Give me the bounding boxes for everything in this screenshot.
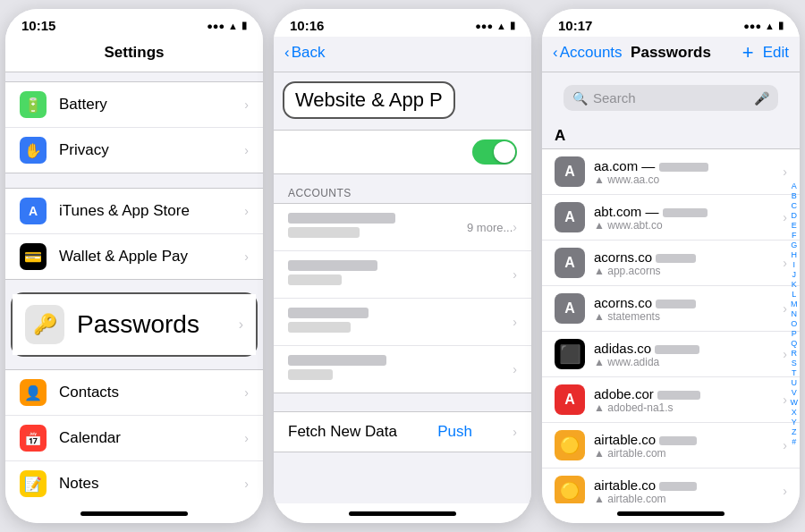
- pw-domain-1: aa.com —: [594, 158, 783, 173]
- pw-item-7[interactable]: 🟡 airtable.co ▲ airtable.com ›: [542, 423, 800, 469]
- account-row-2[interactable]: ›: [274, 251, 531, 299]
- alpha-M[interactable]: M: [791, 300, 798, 308]
- settings-item-calendar[interactable]: 📅 Calendar ›: [5, 416, 263, 461]
- pw-info-3: acorns.co ▲ app.acorns: [594, 249, 783, 277]
- pw-item-6[interactable]: A adobe.cor ▲ adobed-na1.s ›: [542, 377, 800, 423]
- nav-back-2[interactable]: ‹ Back: [284, 44, 325, 62]
- alpha-D[interactable]: D: [792, 211, 798, 220]
- alpha-R[interactable]: R: [792, 349, 798, 358]
- fetch-chevron: ›: [513, 425, 517, 439]
- pw-item-8[interactable]: 🟡 airtable.co ▲ airtable.com ›: [542, 469, 800, 503]
- alpha-C[interactable]: C: [792, 201, 798, 210]
- account-row-1[interactable]: 9 more... ›: [274, 204, 531, 251]
- alpha-N[interactable]: N: [792, 309, 798, 318]
- pw-blurred-5: [655, 345, 699, 354]
- pw-item-3[interactable]: A acorns.co ▲ app.acorns ›: [542, 241, 800, 286]
- nav-back-label-3: Accounts: [560, 44, 623, 62]
- settings-content: 🔋 Battery › ✋ Privacy › A iTunes & App S…: [5, 72, 263, 503]
- account-row-3[interactable]: ›: [274, 299, 531, 346]
- alpha-B[interactable]: B: [792, 191, 797, 200]
- settings-item-notes[interactable]: 📝 Notes ›: [5, 461, 263, 503]
- settings-item-contacts[interactable]: 👤 Contacts ›: [5, 370, 263, 416]
- alpha-K[interactable]: K: [792, 280, 797, 289]
- wallet-chevron: ›: [244, 249, 249, 264]
- nav-bar-2: ‹ Back: [274, 37, 531, 72]
- alphabet-index[interactable]: A B C D E F G H I J K L M N O P Q R S T …: [791, 182, 799, 446]
- alpha-I[interactable]: I: [792, 260, 795, 269]
- search-bar[interactable]: 🔍 Search 🎤: [564, 85, 778, 111]
- pw-blurred-2: [663, 208, 708, 217]
- alpha-H[interactable]: H: [792, 250, 798, 259]
- alpha-X[interactable]: X: [792, 408, 797, 417]
- alpha-O[interactable]: O: [791, 319, 797, 328]
- search-container: 🔍 Search 🎤: [542, 72, 800, 123]
- wifi-icon-3: ▲: [765, 21, 775, 31]
- fetch-row[interactable]: Fetch New Data Push ›: [274, 411, 531, 452]
- pw-item-1[interactable]: A aa.com — ▲ www.aa.co ›: [542, 149, 800, 195]
- time-1: 10:15: [21, 18, 55, 33]
- status-icons-1: ●●● ▲ ▮: [207, 20, 247, 31]
- signal-icon-2: ●●●: [475, 21, 493, 31]
- alpha-J[interactable]: J: [792, 270, 797, 279]
- alpha-section-a: A: [542, 123, 800, 148]
- contacts-icon-char: 👤: [24, 384, 42, 401]
- pw-domain-3: acorns.co: [594, 249, 783, 265]
- account-row-4[interactable]: ›: [274, 346, 531, 393]
- autofill-toggle-item[interactable]: [274, 131, 531, 173]
- settings-item-itunes[interactable]: A iTunes & App Store ›: [5, 189, 263, 234]
- alpha-L[interactable]: L: [792, 290, 796, 299]
- settings-item-battery[interactable]: 🔋 Battery ›: [5, 82, 263, 128]
- calendar-chevron: ›: [244, 431, 249, 445]
- home-indicator-1: [5, 503, 263, 523]
- alpha-W[interactable]: W: [791, 398, 799, 407]
- alpha-Z[interactable]: Z: [792, 427, 797, 436]
- pw-avatar-4: A: [555, 293, 585, 324]
- passwords-list: A aa.com — ▲ www.aa.co › A abt.com — ▲ w…: [542, 148, 800, 503]
- contacts-icon: 👤: [20, 379, 47, 406]
- privacy-label: Privacy: [59, 141, 244, 159]
- alpha-V[interactable]: V: [792, 388, 797, 397]
- pw-item-2[interactable]: A abt.com — ▲ www.abt.co ›: [542, 195, 800, 241]
- pw-item-5[interactable]: ⬛ adidas.co ▲ www.adida ›: [542, 332, 800, 377]
- nav-bar-1: Settings: [5, 37, 263, 72]
- alpha-Q[interactable]: Q: [791, 339, 797, 348]
- alpha-S[interactable]: S: [792, 359, 797, 367]
- alpha-P[interactable]: P: [792, 329, 797, 338]
- pw-item-4[interactable]: A acorns.co ▲ statements ›: [542, 286, 800, 332]
- account-blurred-1b: [288, 227, 360, 238]
- after-settings-list: 👤 Contacts › 📅 Calendar › 📝 Notes › ⋮ Re…: [5, 369, 263, 503]
- home-bar-2: [349, 511, 456, 516]
- signal-icon-3: ●●●: [743, 21, 761, 31]
- alpha-T[interactable]: T: [792, 368, 797, 377]
- alpha-Y[interactable]: Y: [792, 418, 797, 426]
- pw-subdomain-5: ▲ www.adida: [594, 356, 783, 368]
- passwords-content: A A aa.com — ▲ www.aa.co › A abt.com — ▲…: [542, 123, 800, 503]
- pw-subdomain-1: ▲ www.aa.co: [594, 173, 783, 186]
- settings-item-wallet[interactable]: 💳 Wallet & Apple Pay ›: [5, 234, 263, 279]
- status-icons-3: ●●● ▲ ▮: [743, 20, 784, 31]
- alpha-E[interactable]: E: [792, 221, 797, 230]
- edit-button[interactable]: Edit: [763, 44, 789, 62]
- alpha-F[interactable]: F: [792, 231, 797, 240]
- autofill-toggle[interactable]: [472, 139, 517, 165]
- alpha-U[interactable]: U: [792, 378, 798, 387]
- settings-item-passwords[interactable]: 🔑 Passwords ›: [13, 294, 256, 355]
- pw-domain-5: adidas.co: [594, 341, 783, 356]
- wallet-label: Wallet & Apple Pay: [59, 248, 244, 266]
- pw-blurred-8: [659, 482, 697, 491]
- passwords-highlight[interactable]: 🔑 Passwords ›: [11, 292, 258, 357]
- alpha-hash[interactable]: #: [792, 437, 796, 446]
- pw-info-4: acorns.co ▲ statements: [594, 295, 783, 323]
- settings-item-privacy[interactable]: ✋ Privacy ›: [5, 128, 263, 173]
- alpha-G[interactable]: G: [791, 241, 797, 249]
- account-blurred-2b: [288, 274, 342, 285]
- alpha-A[interactable]: A: [792, 182, 797, 190]
- pw-domain-7: airtable.co: [594, 432, 783, 447]
- account-chevron-2: ›: [513, 267, 517, 282]
- nav-back-3[interactable]: ‹ Accounts: [553, 44, 623, 62]
- autofill-content: Website & App P Accounts 9 more... ›: [274, 72, 531, 503]
- nav-back-label-2: Back: [292, 44, 326, 62]
- add-password-button[interactable]: +: [742, 41, 754, 64]
- pw-avatar-7: 🟡: [555, 430, 585, 460]
- wallet-icon-char: 💳: [24, 249, 42, 266]
